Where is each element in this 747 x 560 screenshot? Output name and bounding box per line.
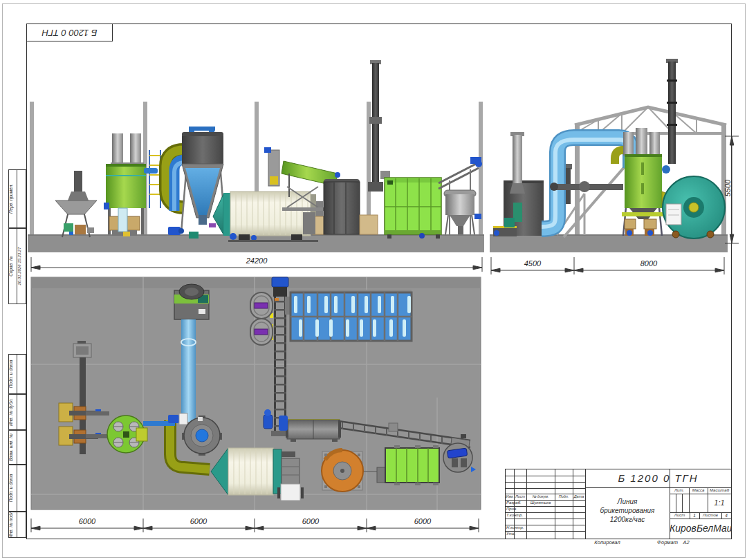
dim-end-right: 8000 — [621, 259, 676, 268]
tb-name-line1: Линия — [585, 497, 670, 506]
tb-sheets-label: Листов — [699, 512, 721, 519]
drawing-sheet: Б 1200 0 ТГН Перв. примен. Справ. № 20.0… — [0, 0, 747, 560]
tb-col-podp: Подп. — [555, 494, 573, 500]
dim-plan-bay-2: 6000 — [171, 517, 226, 525]
tb-row-tkontr: Т.контр. — [506, 512, 526, 519]
tb-scale-label: Масштаб — [708, 487, 731, 494]
dim-end-height: 5500 — [723, 164, 732, 212]
dim-plan-bay-4: 6000 — [395, 517, 450, 525]
tb-designation: Б 1200 0 ТГН — [585, 469, 731, 487]
tb-name-line2: брикетирования — [585, 506, 670, 515]
footer-format-label: Формат — [654, 539, 681, 545]
footer-kopiroval: Копировал — [583, 539, 631, 545]
tb-scale-value: 1:1 — [708, 494, 731, 512]
dim-plan-bay-1: 6000 — [59, 517, 115, 525]
title-block: Б 1200 0 ТГН Линия брикетирования 1200кг… — [505, 469, 732, 539]
tb-sheet-value: 1 — [690, 512, 699, 519]
tb-col-list: Лист — [514, 494, 526, 500]
tb-col-data: Дата — [573, 494, 585, 500]
tb-row-utv: Утв. — [506, 531, 526, 537]
tb-lit-label: Лит. — [670, 487, 689, 494]
dim-elevation-width: 24200 — [229, 256, 284, 265]
dim-plan-bay-3: 6000 — [283, 517, 338, 525]
tb-row-razrab: Разраб. — [506, 500, 526, 506]
dim-end-left: 4500 — [505, 259, 560, 268]
tb-razrab-name: Шулятьев — [526, 500, 555, 506]
tb-name-line3: 1200кг/час — [585, 515, 670, 524]
tb-company: КировБелМаш — [670, 519, 731, 539]
footer-format-value: А2 — [679, 539, 693, 545]
tb-col-doc: № докум. — [526, 494, 555, 500]
tb-sheets-value: 4 — [721, 512, 731, 519]
tb-mass-label: Масса — [689, 487, 708, 494]
tb-row-prov: Пров. — [506, 506, 526, 512]
tb-row-nkontr: Н.контр. — [506, 525, 526, 531]
tb-sheet-label: Лист — [670, 512, 690, 519]
tb-col-izm: Изм. — [506, 494, 514, 500]
